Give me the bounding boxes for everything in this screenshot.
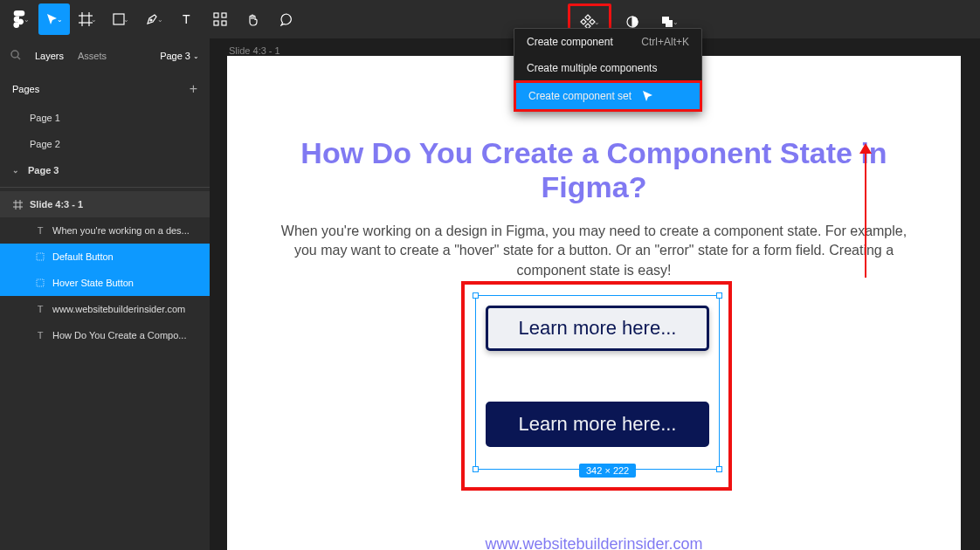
canvas[interactable]: Slide 4:3 - 1 How Do You Create a Compon… <box>210 38 980 550</box>
slide-description: When you're working on a design in Figma… <box>227 222 961 280</box>
svg-rect-9 <box>214 21 218 25</box>
resources-button[interactable] <box>204 3 236 35</box>
menu-item-create-component-set[interactable]: Create component set <box>516 83 700 109</box>
layer-item-hover-button[interactable]: Hover State Button <box>0 270 210 296</box>
resize-handle[interactable] <box>473 292 479 299</box>
chevron-down-icon: ⌄ <box>24 16 30 24</box>
layer-item-text[interactable]: T When you're working on a des... <box>0 217 210 244</box>
layer-label: Slide 4:3 - 1 <box>30 199 83 210</box>
chevron-down-icon: ⌄ <box>57 16 63 24</box>
resize-handle[interactable] <box>716 466 722 472</box>
pen-tool-button[interactable]: ⌄ <box>138 3 169 35</box>
comment-tool-button[interactable] <box>271 3 302 35</box>
menu-item-create-component[interactable]: Create component Ctrl+Alt+K <box>514 29 701 55</box>
menu-item-label: Create component <box>527 36 613 48</box>
hand-tool-button[interactable] <box>238 3 269 35</box>
page-dropdown-label: Page 3 <box>160 51 190 61</box>
svg-text:T: T <box>183 13 190 25</box>
search-icon[interactable] <box>10 50 21 62</box>
layer-label: Default Button <box>52 251 114 262</box>
chevron-down-icon: ⌄ <box>123 16 129 24</box>
annotation-arrow <box>865 147 866 278</box>
resize-handle[interactable] <box>473 466 479 472</box>
menu-highlight-box: Create component set <box>514 80 702 112</box>
shape-tool-button[interactable]: ⌄ <box>105 3 136 35</box>
chevron-down-icon: ⌄ <box>673 18 679 26</box>
top-toolbar: ⌄ ⌄ ⌄ ⌄ ⌄ T <box>0 0 980 38</box>
demo-default-button: Learn more here... <box>486 306 709 351</box>
svg-rect-21 <box>37 279 44 286</box>
svg-point-14 <box>11 51 18 58</box>
chevron-down-icon: ⌄ <box>91 16 97 24</box>
resize-handle[interactable] <box>716 292 722 299</box>
menu-item-create-multiple[interactable]: Create multiple components <box>514 55 701 81</box>
text-icon: T <box>35 225 45 236</box>
page-item[interactable]: Page 2 <box>0 131 210 157</box>
page-item-active[interactable]: ⌄ Page 3 <box>0 157 210 183</box>
page-item[interactable]: Page 1 <box>0 105 210 131</box>
svg-rect-13 <box>666 20 673 27</box>
left-sidebar: Layers Assets Page 3 ⌄ Pages + Page 1 Pa… <box>0 38 210 550</box>
figma-menu-button[interactable]: ⌄ <box>5 3 37 35</box>
pages-header: Pages + <box>0 73 210 105</box>
frame-icon <box>35 252 45 261</box>
annotation-arrow-head <box>859 143 872 154</box>
svg-point-5 <box>150 19 152 21</box>
layer-label: When you're working on a des... <box>52 225 190 236</box>
layer-label: How Do You Create a Compo... <box>52 330 186 340</box>
frame-icon <box>35 278 45 287</box>
svg-rect-8 <box>222 13 226 17</box>
pages-header-label: Pages <box>12 84 39 94</box>
layer-item-default-button[interactable]: Default Button <box>0 244 210 270</box>
svg-rect-10 <box>222 21 226 25</box>
frame-tool-button[interactable]: ⌄ <box>72 3 103 35</box>
text-icon: T <box>35 330 45 340</box>
layer-item-text[interactable]: T How Do You Create a Compo... <box>0 322 210 348</box>
component-context-menu: Create component Ctrl+Alt+K Create multi… <box>514 28 702 112</box>
selection-size-badge: 342 × 222 <box>579 464 636 478</box>
layer-item-text[interactable]: T www.websitebuilderinsider.com <box>0 296 210 322</box>
divider <box>0 187 210 188</box>
tab-assets[interactable]: Assets <box>78 51 107 61</box>
chevron-down-icon: ⌄ <box>594 18 600 26</box>
svg-line-15 <box>17 57 20 59</box>
tab-layers[interactable]: Layers <box>35 51 64 61</box>
page-dropdown[interactable]: Page 3 ⌄ <box>160 51 199 61</box>
text-icon: T <box>35 304 45 314</box>
frame-icon <box>12 200 23 210</box>
slide-footer: www.websitebuilderinsider.com <box>227 535 961 550</box>
layer-label: www.websitebuilderinsider.com <box>52 304 185 314</box>
layer-frame-header[interactable]: Slide 4:3 - 1 <box>0 191 210 217</box>
chevron-down-icon: ⌄ <box>157 16 163 24</box>
slide-title: How Do You Create a Component State in F… <box>227 136 961 204</box>
text-tool-button[interactable]: T <box>171 3 203 35</box>
menu-item-shortcut: Ctrl+Alt+K <box>641 36 689 48</box>
add-page-button[interactable]: + <box>190 81 197 97</box>
artboard: How Do You Create a Component State in F… <box>227 56 961 550</box>
svg-rect-20 <box>37 253 44 260</box>
frame-label[interactable]: Slide 4:3 - 1 <box>229 45 280 56</box>
menu-item-label: Create component set <box>528 90 631 102</box>
menu-item-label: Create multiple components <box>527 62 657 74</box>
demo-hover-button: Learn more here... <box>486 402 709 447</box>
layer-label: Hover State Button <box>52 278 134 288</box>
chevron-down-icon: ⌄ <box>12 166 21 175</box>
svg-rect-7 <box>214 13 218 17</box>
page-label: Page 3 <box>28 165 59 175</box>
buttons-highlight-box: 342 × 222 Learn more here... Learn more … <box>461 281 732 491</box>
move-tool-button[interactable]: ⌄ <box>38 3 70 35</box>
